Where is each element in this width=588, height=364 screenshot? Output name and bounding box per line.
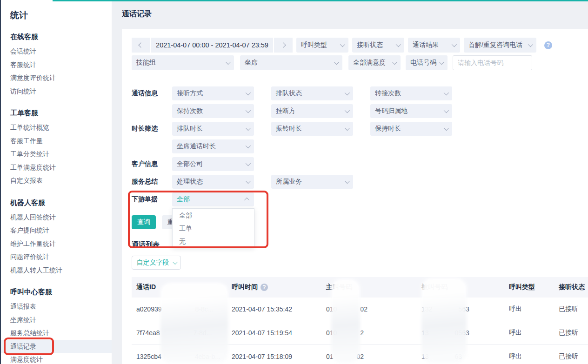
call-type-select[interactable]: 呼叫类型: [296, 38, 348, 53]
chevron-down-icon: [246, 90, 251, 95]
chevron-down-icon: [172, 259, 177, 265]
hold-duration-select[interactable]: 保持时长: [370, 122, 452, 136]
sidebar-item-robot-answer-stats[interactable]: 机器人回答统计: [1, 211, 112, 224]
chevron-down-icon: [340, 42, 345, 47]
satisfaction-label: 全部满意度: [353, 59, 386, 67]
sidebar-item-seat-stats[interactable]: 坐席统计: [1, 313, 112, 327]
sidebar-section-title: 工单客服: [1, 109, 112, 118]
filter-row-2: 技能组 坐席 全部满意度 电话号码: [132, 55, 588, 70]
downstream-select[interactable]: 全部: [172, 192, 254, 206]
phone-number-input[interactable]: [453, 55, 532, 70]
transfer-count-select[interactable]: 转接次数: [370, 86, 452, 100]
chevron-down-icon: [246, 179, 251, 184]
ring-duration-select[interactable]: 振铃时长: [271, 122, 353, 136]
sidebar-item-workorder-category[interactable]: 工单分类统计: [1, 147, 112, 161]
sidebar-item-visit-stats[interactable]: 访问统计: [1, 85, 112, 98]
sidebar-item-agent-stats[interactable]: 客服统计: [1, 58, 112, 72]
hangup-side-select[interactable]: 挂断方: [271, 104, 353, 118]
sidebar-item-session-stats[interactable]: 会话统计: [1, 45, 112, 58]
filter-group-duration-2: 坐席通话时长: [132, 139, 588, 153]
company-select[interactable]: 全部公司: [172, 157, 254, 171]
query-button[interactable]: 查询: [132, 215, 156, 229]
chevron-down-icon: [392, 60, 397, 65]
table-row[interactable]: 7f74ea87-8d... 2021-04-07 15:19:54 0102 …: [132, 321, 588, 345]
chevron-down-icon: [528, 42, 533, 47]
col-header-call-time[interactable]: 呼叫时间 ?: [227, 283, 321, 291]
callee-number-suffix: 0563: [455, 329, 469, 337]
sidebar-item-custom-report[interactable]: 自定义报表: [1, 174, 112, 187]
custom-fields-label: 自定义字段: [137, 258, 169, 267]
date-next-button[interactable]: [274, 38, 293, 53]
sidebar-item-service-summary-stats[interactable]: 服务总结统计: [1, 326, 112, 340]
custom-fields-button[interactable]: 自定义字段: [132, 256, 181, 270]
chevron-left-icon: [138, 42, 143, 47]
dropdown-option-all[interactable]: 全部: [173, 209, 254, 222]
sidebar-item-satisfaction-stats[interactable]: 满意度统计: [1, 353, 112, 364]
help-icon[interactable]: ?: [261, 284, 268, 291]
sidebar-item-satisfaction-eval-stats[interactable]: 满意度评价统计: [1, 71, 112, 85]
satisfaction-select[interactable]: 全部满意度: [348, 55, 401, 70]
left-edge-bar: [0, 0, 1, 364]
process-state-select[interactable]: 处理状态: [172, 175, 254, 189]
agent-talk-duration-select[interactable]: 坐席通话时长: [172, 139, 254, 153]
select-label: 振铃时长: [276, 125, 302, 133]
help-icon[interactable]: ?: [544, 41, 552, 49]
sidebar-item-call-report[interactable]: 通话报表: [1, 300, 112, 313]
filter-group-downstream: 下游单据 全部 全部 工单 无: [132, 192, 588, 206]
dropdown-option-workorder[interactable]: 工单: [173, 222, 254, 235]
answer-state-label: 接听状态: [357, 41, 383, 49]
sidebar-item-workorder-satisfaction[interactable]: 工单满意度统计: [1, 161, 112, 174]
date-prev-button[interactable]: [132, 38, 150, 53]
number-region-select[interactable]: 号码归属地: [370, 104, 452, 118]
dropdown-option-none[interactable]: 无: [173, 235, 254, 248]
col-header-answer-state[interactable]: 接听状态: [554, 283, 588, 291]
col-header-callee[interactable]: 被叫号码: [417, 283, 504, 291]
phone-field-label: 电话号码: [410, 59, 436, 67]
sidebar-item-robot-to-human-stats[interactable]: 机器人转人工统计: [1, 264, 112, 277]
call-id-suffix: 4eba-b...: [195, 353, 220, 360]
col-header-call-type[interactable]: 呼叫类型: [504, 283, 554, 291]
answer-state: 已接听: [554, 352, 588, 361]
hold-count-select[interactable]: 保持次数: [172, 104, 254, 118]
col-header-call-id[interactable]: 通话ID: [132, 283, 227, 291]
sidebar-item-customer-question-stats[interactable]: 客户提问统计: [1, 224, 112, 237]
sidebar-item-agent-workload[interactable]: 客服工作量: [1, 134, 112, 148]
sidebar-item-workorder-overview[interactable]: 工单统计概览: [1, 121, 112, 134]
col-header-caller[interactable]: 主叫号码: [321, 283, 417, 291]
filter-group-label: 客户信息: [132, 160, 163, 168]
date-range-value[interactable]: 2021-04-07 00:00 - 2021-04-07 23:59: [151, 38, 273, 53]
phone-field-type-select[interactable]: 电话号码: [406, 55, 448, 70]
answer-state: 已接听: [554, 329, 588, 337]
select-label: 坐席通话时长: [177, 142, 216, 151]
filter-group-customer: 客户信息 全部公司: [132, 157, 588, 171]
business-select[interactable]: 所属业务: [271, 175, 353, 189]
date-range-picker: 2021-04-07 00:00 - 2021-04-07 23:59: [132, 38, 293, 53]
chevron-down-icon: [334, 60, 339, 65]
select-label: 保持次数: [177, 107, 203, 115]
queue-state-select[interactable]: 排队状态: [271, 86, 353, 100]
answer-state-select[interactable]: 接听状态: [352, 38, 404, 53]
filter-groups: 通话信息 接听方式 排队状态 转接次数 保持次数 挂断方 号码归属地 时长筛选 …: [132, 86, 588, 206]
chevron-down-icon: [396, 42, 401, 47]
callee-number-suffix: 63: [455, 353, 462, 360]
sidebar-section-workorder: 工单客服 工单统计概览 客服工作量 工单分类统计 工单满意度统计 自定义报表: [1, 109, 112, 187]
queue-duration-select[interactable]: 排队时长: [172, 122, 254, 136]
sidebar-item-maintenance-workload[interactable]: 维护工作量统计: [1, 237, 112, 251]
call-type: 呼出: [504, 305, 554, 313]
answer-method-select[interactable]: 接听方式: [172, 86, 254, 100]
select-label: 挂断方: [276, 107, 295, 115]
chevron-down-icon: [246, 126, 251, 131]
skill-group-select[interactable]: 技能组: [132, 55, 234, 70]
sidebar-item-question-eval-stats[interactable]: 问题评价统计: [1, 250, 112, 264]
sidebar-title: 统计: [1, 0, 112, 21]
select-label: 处理状态: [177, 178, 203, 186]
call-time: 2021-04-07 15:18:09: [227, 353, 321, 360]
table-row[interactable]: a0209398-8c... 2021-04-07 15:35:42 01002…: [132, 298, 588, 321]
sidebar-section-title: 呼叫中心客服: [1, 288, 112, 297]
chevron-down-icon: [246, 108, 251, 113]
table-row[interactable]: 1325cb44eba-b... 2021-04-07 15:18:09 010…: [132, 345, 588, 364]
sidebar-item-call-records[interactable]: 通话记录: [1, 340, 112, 353]
call-result-select[interactable]: 通话结果: [408, 38, 460, 53]
agent-select[interactable]: 坐席: [240, 55, 342, 70]
first-repeat-select[interactable]: 首解/重复咨询电话: [464, 38, 536, 53]
